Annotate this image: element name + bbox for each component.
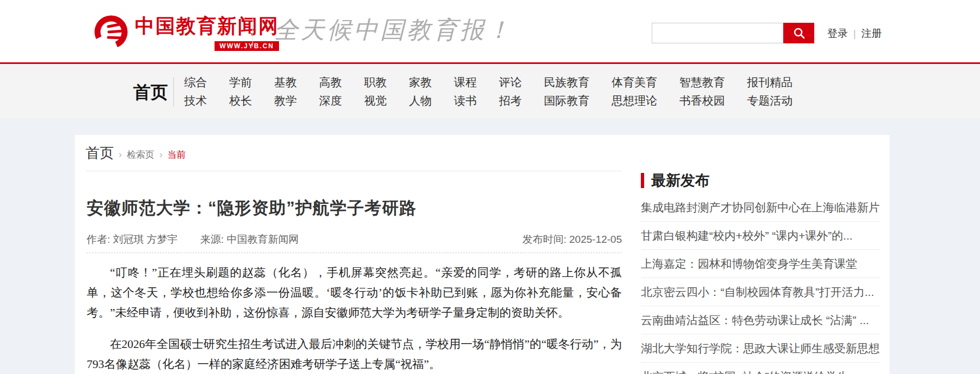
nav-column: 综合 技术 (184, 76, 207, 106)
breadcrumb: 首页 › 检索页 › 当前 (86, 144, 186, 163)
article-source: 来源: 中国教育新闻网 (200, 233, 299, 247)
nav-link-shijue[interactable]: 视觉 (364, 95, 387, 106)
search-input[interactable] (652, 23, 783, 43)
nav-columns: 综合 技术 学前 校长 基教 教学 高教 深度 职教 视觉 家教 人物 课程 读… (184, 76, 793, 106)
news-list-item[interactable]: 上海嘉定：园林和博物馆变身学生美育课堂 (641, 250, 880, 278)
nav-link-gaojiao[interactable]: 高教 (319, 76, 342, 88)
search-bar (652, 23, 814, 43)
logo-domain: WWW.JYB.CN (215, 41, 279, 51)
news-list-item[interactable]: 北京西城：将“校园+社会”的资源送给学生... (641, 363, 880, 374)
article-body: “叮咚！”正在埋头刷题的赵蕊（化名），手机屏幕突然亮起。“亲爱的同学，考研的路上… (87, 263, 622, 374)
breadcrumb-current: 当前 (167, 149, 186, 161)
nav-column: 民族教育 国际教育 (544, 76, 589, 106)
nav-column: 评论 招考 (499, 76, 522, 106)
nav-column: 报刊精品 专题活动 (747, 76, 793, 106)
news-list-item[interactable]: 集成电路封测产才协同创新中心在上海临港新片... (641, 194, 880, 222)
nav-link-jishu[interactable]: 技术 (184, 95, 207, 106)
nav-link-zhijiao[interactable]: 职教 (364, 76, 387, 88)
article-author: 作者: 刘冠琪 方梦宇 (87, 233, 178, 247)
nav-link-dushu[interactable]: 读书 (454, 95, 477, 106)
sidebar-list: 集成电路封测产才协同创新中心在上海临港新片... 甘肃白银构建“校内+校外” “… (641, 194, 880, 374)
nav-link-renwu[interactable]: 人物 (409, 95, 432, 106)
nav-link-jiajiao[interactable]: 家教 (409, 76, 432, 88)
nav-link-kecheng[interactable]: 课程 (454, 76, 477, 88)
nav-column: 高教 深度 (319, 76, 342, 106)
search-button[interactable] (783, 23, 814, 43)
sidebar-header: 最新发布 (641, 171, 880, 190)
nav-link-pinglun[interactable]: 评论 (499, 76, 522, 88)
breadcrumb-home-link[interactable]: 首页 (86, 144, 114, 163)
article-paragraph: 在2026年全国硕士研究生招生考试进入最后冲刺的关键节点，学校用一场“静悄悄”的… (87, 334, 622, 374)
breadcrumb-divider (86, 171, 622, 171)
article-publish-date: 发布时间: 2025-12-05 (522, 233, 622, 247)
news-list-item[interactable]: 云南曲靖沾益区：特色劳动课让成长 “沾满” ... (641, 306, 880, 334)
nav-link-shendu[interactable]: 深度 (319, 95, 342, 106)
site-slogan: 全天候中国教育报！ (274, 14, 513, 46)
nav-column: 体育美育 思想理论 (612, 76, 657, 106)
nav-link-zonghe[interactable]: 综合 (184, 76, 207, 88)
nav-link-jijiao[interactable]: 基教 (274, 76, 297, 88)
meta-divider (87, 253, 622, 253)
nav-link-zhaokao[interactable]: 招考 (499, 95, 522, 106)
search-icon (793, 27, 805, 39)
nav-link-minzujiaoyu[interactable]: 民族教育 (544, 76, 589, 88)
site-logo[interactable]: 中国教育新闻网 WWW.JYB.CN (94, 13, 279, 51)
sidebar-accent-bar (641, 173, 644, 188)
breadcrumb-separator-icon: › (119, 149, 122, 160)
nav-link-guojijiaoyu[interactable]: 国际教育 (544, 95, 589, 106)
nav-link-zhuantihuodong[interactable]: 专题活动 (747, 95, 793, 106)
article-paragraph: “叮咚！”正在埋头刷题的赵蕊（化名），手机屏幕突然亮起。“亲爱的同学，考研的路上… (87, 263, 622, 323)
auth-separator: | (853, 28, 856, 40)
breadcrumb-separator-icon: › (159, 149, 163, 160)
nav-column: 基教 教学 (274, 76, 297, 106)
nav-link-sixianglilun[interactable]: 思想理论 (612, 95, 657, 106)
nav-home-link[interactable]: 首页 (133, 81, 168, 105)
nav-column: 课程 读书 (454, 76, 477, 106)
login-link[interactable]: 登录 (827, 27, 848, 41)
nav-link-xueqian[interactable]: 学前 (229, 76, 252, 88)
article-title: 安徽师范大学：“隐形资助”护航学子考研路 (87, 197, 417, 220)
nav-link-zhihuijiaoyu[interactable]: 智慧教育 (679, 76, 725, 88)
nav-link-jiaoxue[interactable]: 教学 (274, 95, 297, 106)
logo-emblem-icon (94, 15, 128, 49)
header-divider (252, 16, 253, 47)
news-list-item[interactable]: 北京密云四小：“自制校园体育教具”打开活力... (641, 278, 880, 306)
breadcrumb-search-link[interactable]: 检索页 (127, 149, 154, 161)
nav-column: 家教 人物 (409, 76, 432, 106)
nav-column: 学前 校长 (229, 76, 252, 106)
register-link[interactable]: 注册 (861, 27, 882, 41)
nav-link-tiyumeiyu[interactable]: 体育美育 (612, 76, 657, 88)
content-card: 首页 › 检索页 › 当前 安徽师范大学：“隐形资助”护航学子考研路 作者: 刘… (75, 135, 890, 374)
nav-divider (173, 77, 174, 106)
nav-link-xiaozhang[interactable]: 校长 (229, 95, 252, 106)
nav-link-baokanjingpin[interactable]: 报刊精品 (747, 76, 793, 88)
main-nav: 首页 综合 技术 学前 校长 基教 教学 高教 深度 职教 视觉 家教 人物 课… (0, 64, 980, 118)
news-list-item[interactable]: 湖北大学知行学院：思政大课让师生感受新思想... (641, 334, 880, 363)
nav-column: 智慧教育 书香校园 (679, 76, 725, 106)
sidebar-title: 最新发布 (651, 171, 710, 190)
nav-column: 职教 视觉 (364, 76, 387, 106)
news-list-item[interactable]: 甘肃白银构建“校内+校外” “课内+课外”的... (641, 222, 880, 250)
logo-text: 中国教育新闻网 (135, 13, 279, 40)
nav-link-shuxiangxiaoyuan[interactable]: 书香校园 (679, 95, 725, 106)
auth-links: 登录 | 注册 (827, 27, 882, 41)
latest-news-sidebar: 最新发布 集成电路封测产才协同创新中心在上海临港新片... 甘肃白银构建“校内+… (641, 171, 880, 374)
site-header: 中国教育新闻网 WWW.JYB.CN 全天候中国教育报！ 登录 | 注册 (0, 0, 980, 62)
article-meta: 作者: 刘冠琪 方梦宇 来源: 中国教育新闻网 发布时间: 2025-12-05 (87, 233, 622, 247)
